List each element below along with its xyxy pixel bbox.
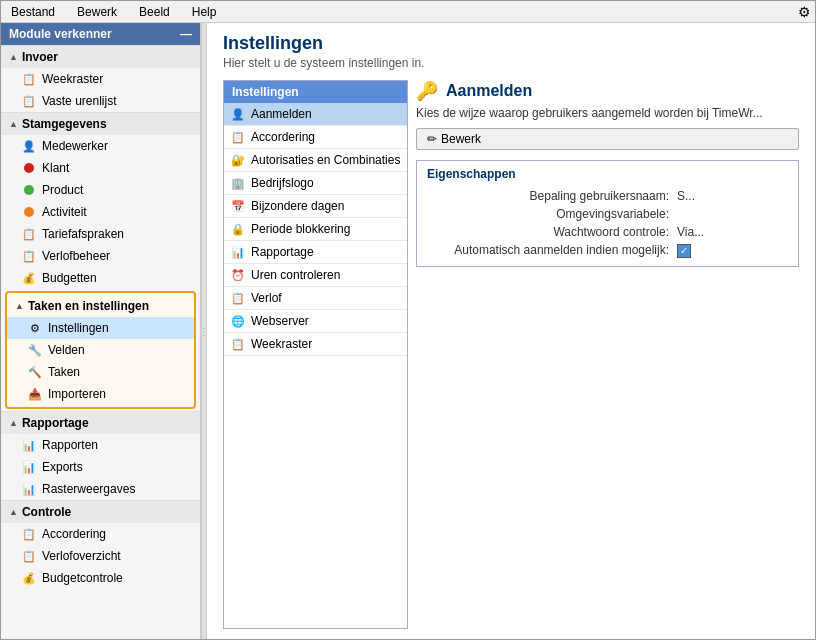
eigenschap-value-4: ✓ xyxy=(677,243,788,258)
autorisaties-list-icon: 🔐 xyxy=(230,152,246,168)
sidebar-item-velden[interactable]: 🔧 Velden xyxy=(7,339,194,361)
sidebar-item-importeren-label: Importeren xyxy=(48,387,106,401)
uren-controleren-list-icon: ⏰ xyxy=(230,267,246,283)
settings-list-item-verlof[interactable]: 📋 Verlof xyxy=(224,287,407,310)
accordering-icon: 📋 xyxy=(21,526,37,542)
sidebar-item-verlofbeheer[interactable]: 📋 Verlofbeheer xyxy=(1,245,200,267)
aanmelden-title: Aanmelden xyxy=(446,82,532,100)
aanmelden-list-icon: 👤 xyxy=(230,106,246,122)
sidebar-item-exports[interactable]: 📊 Exports xyxy=(1,456,200,478)
settings-list-item-uren-controleren-label: Uren controleren xyxy=(251,268,340,282)
sidebar-item-budgetcontrole-label: Budgetcontrole xyxy=(42,571,123,585)
verlofbeheer-icon: 📋 xyxy=(21,248,37,264)
eigenschap-row-3: Wachtwoord controle: Via... xyxy=(427,223,788,241)
settings-list-item-autorisaties-label: Autorisaties en Combinaties xyxy=(251,153,400,167)
menu-item-bestand[interactable]: Bestand xyxy=(5,3,61,21)
klant-icon xyxy=(21,160,37,176)
sidebar-item-rasterweergaves[interactable]: 📊 Rasterweergaves xyxy=(1,478,200,500)
sidebar-item-activiteit[interactable]: Activiteit xyxy=(1,201,200,223)
bijzondere-dagen-list-icon: 📅 xyxy=(230,198,246,214)
sidebar-item-vaste-urenlijst[interactable]: 📋 Vaste urenlijst xyxy=(1,90,200,112)
settings-list-item-periode-blokkering[interactable]: 🔒 Periode blokkering xyxy=(224,218,407,241)
sidebar-title: Module verkenner xyxy=(9,27,112,41)
exports-icon: 📊 xyxy=(21,459,37,475)
bewerk-label: Bewerk xyxy=(441,132,481,146)
right-panel: 🔑 Aanmelden Kies de wijze waarop gebruik… xyxy=(416,80,799,629)
sidebar-item-tariefafspraken[interactable]: 📋 Tariefafspraken xyxy=(1,223,200,245)
menu-item-help[interactable]: Help xyxy=(186,3,223,21)
menu-bar: Bestand Bewerk Beeld Help ⚙ xyxy=(1,1,815,23)
eigenschap-row-4: Automatisch aanmelden indien mogelijk: ✓ xyxy=(427,241,788,260)
section-controle: Controle 📋 Accordering 📋 Verlofoverzicht… xyxy=(1,500,200,589)
accordering-list-icon: 📋 xyxy=(230,129,246,145)
sidebar-item-activiteit-label: Activiteit xyxy=(42,205,87,219)
sidebar-item-verlofoverzicht[interactable]: 📋 Verlofoverzicht xyxy=(1,545,200,567)
section-title-stamgegevens: Stamgegevens xyxy=(1,112,200,135)
section-title-taken-instellingen: Taken en instellingen xyxy=(7,295,194,317)
medewerker-icon: 👤 xyxy=(21,138,37,154)
weekraster-list-icon: 📋 xyxy=(230,336,246,352)
settings-list-item-accordering-label: Accordering xyxy=(251,130,315,144)
pencil-icon: ✏ xyxy=(427,132,437,146)
sidebar-item-exports-label: Exports xyxy=(42,460,83,474)
auto-aanmelden-checkbox[interactable]: ✓ xyxy=(677,244,691,258)
sidebar-item-rasterweergaves-label: Rasterweergaves xyxy=(42,482,135,496)
settings-list-item-weekraster[interactable]: 📋 Weekraster xyxy=(224,333,407,356)
settings-list-item-aanmelden[interactable]: 👤 Aanmelden xyxy=(224,103,407,126)
sidebar-item-budgetcontrole[interactable]: 💰 Budgetcontrole xyxy=(1,567,200,589)
sidebar-item-instellingen-label: Instellingen xyxy=(48,321,109,335)
section-title-invoer: Invoer xyxy=(1,45,200,68)
gear-icon[interactable]: ⚙ xyxy=(798,4,811,20)
settings-list-item-rapportage-label: Rapportage xyxy=(251,245,314,259)
settings-list-item-aanmelden-label: Aanmelden xyxy=(251,107,312,121)
section-title-controle: Controle xyxy=(1,500,200,523)
sidebar-item-budgetten[interactable]: 💰 Budgetten xyxy=(1,267,200,289)
sidebar-item-klant-label: Klant xyxy=(42,161,69,175)
settings-list-item-bijzondere-dagen[interactable]: 📅 Bijzondere dagen xyxy=(224,195,407,218)
budgetten-icon: 💰 xyxy=(21,270,37,286)
taken-icon: 🔨 xyxy=(27,364,43,380)
settings-list-item-autorisaties[interactable]: 🔐 Autorisaties en Combinaties xyxy=(224,149,407,172)
menu-item-bewerk[interactable]: Bewerk xyxy=(71,3,123,21)
eigenschap-label-2: Omgevingsvariabele: xyxy=(427,207,677,221)
activiteit-icon xyxy=(21,204,37,220)
settings-list-item-uren-controleren[interactable]: ⏰ Uren controleren xyxy=(224,264,407,287)
settings-list-item-weekraster-label: Weekraster xyxy=(251,337,312,351)
sidebar: Module verkenner — Invoer 📋 Weekraster 📋… xyxy=(1,23,201,639)
settings-list-item-verlof-label: Verlof xyxy=(251,291,282,305)
settings-list-item-accordering[interactable]: 📋 Accordering xyxy=(224,126,407,149)
sidebar-item-weekraster-label: Weekraster xyxy=(42,72,103,86)
sidebar-item-rapporten[interactable]: 📊 Rapporten xyxy=(1,434,200,456)
settings-list-item-webserver-label: Webserver xyxy=(251,314,309,328)
sidebar-item-medewerker[interactable]: 👤 Medewerker xyxy=(1,135,200,157)
section-rapportage: Rapportage 📊 Rapporten 📊 Exports 📊 Raste… xyxy=(1,411,200,500)
rasterweergaves-icon: 📊 xyxy=(21,481,37,497)
tariefafspraken-icon: 📋 xyxy=(21,226,37,242)
settings-list-header: Instellingen xyxy=(224,81,407,103)
settings-list-item-bedrijfslogo[interactable]: 🏢 Bedrijfslogo xyxy=(224,172,407,195)
settings-list-item-rapportage[interactable]: 📊 Rapportage xyxy=(224,241,407,264)
sidebar-item-budgetten-label: Budgetten xyxy=(42,271,97,285)
sidebar-item-vaste-urenlijst-label: Vaste urenlijst xyxy=(42,94,116,108)
bewerk-button[interactable]: ✏ Bewerk xyxy=(416,128,799,150)
sidebar-splitter[interactable]: ⋮ xyxy=(201,23,207,639)
sidebar-item-importeren[interactable]: 📥 Importeren xyxy=(7,383,194,405)
aanmelden-detail-icon: 🔑 xyxy=(416,80,438,102)
sidebar-item-verlofoverzicht-label: Verlofoverzicht xyxy=(42,549,121,563)
eigenschap-label-3: Wachtwoord controle: xyxy=(427,225,677,239)
eigenschap-value-3: Via... xyxy=(677,225,788,239)
minimize-button[interactable]: — xyxy=(180,27,192,41)
settings-list-item-webserver[interactable]: 🌐 Webserver xyxy=(224,310,407,333)
settings-list-item-bedrijfslogo-label: Bedrijfslogo xyxy=(251,176,314,190)
menu-item-beeld[interactable]: Beeld xyxy=(133,3,176,21)
sidebar-item-instellingen[interactable]: ⚙ Instellingen xyxy=(7,317,194,339)
settings-list-item-periode-blokkering-label: Periode blokkering xyxy=(251,222,350,236)
sidebar-item-product-label: Product xyxy=(42,183,83,197)
page-content: Instellingen Hier stelt u de systeem ins… xyxy=(207,23,815,639)
product-icon xyxy=(21,182,37,198)
sidebar-item-accordering[interactable]: 📋 Accordering xyxy=(1,523,200,545)
sidebar-item-weekraster[interactable]: 📋 Weekraster xyxy=(1,68,200,90)
sidebar-item-taken[interactable]: 🔨 Taken xyxy=(7,361,194,383)
sidebar-item-product[interactable]: Product xyxy=(1,179,200,201)
sidebar-item-klant[interactable]: Klant xyxy=(1,157,200,179)
